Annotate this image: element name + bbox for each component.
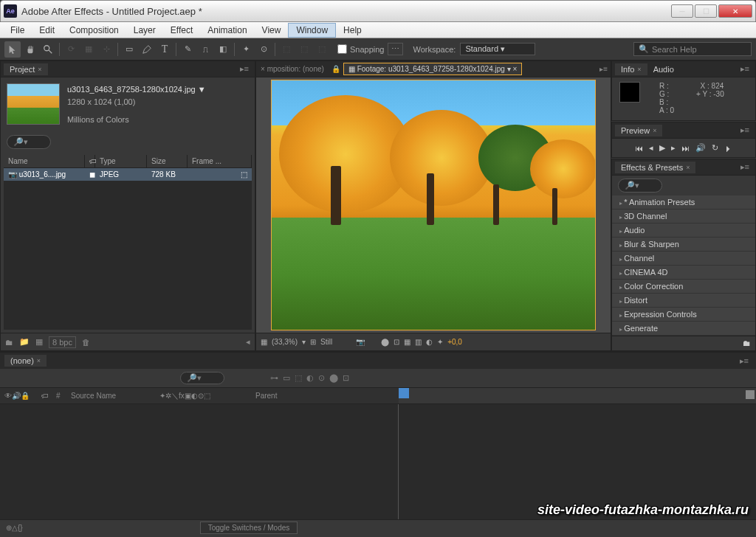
label-col-icon[interactable]: 🏷 <box>37 390 52 401</box>
tab-timeline[interactable]: (none) × <box>4 355 47 367</box>
work-area-end[interactable] <box>746 390 755 399</box>
tl-tool-icon[interactable]: ⊡ <box>343 373 349 383</box>
tl-footer-icon[interactable]: △ <box>12 524 18 532</box>
menu-effect[interactable]: Effect <box>163 24 200 37</box>
toggle-switches-button[interactable]: Toggle Switches / Modes <box>200 522 298 534</box>
tab-footage[interactable]: ▦ Footage: u3013_6463_87258-1280x1024.jp… <box>343 63 522 75</box>
panel-menu-icon[interactable]: ▸≡ <box>738 162 752 172</box>
menu-layer[interactable]: Layer <box>126 24 163 37</box>
tl-footer-icon[interactable]: ⊕ <box>6 524 12 532</box>
bpc-button[interactable]: 8 bpc <box>49 336 76 348</box>
footage-preview[interactable] <box>271 80 596 330</box>
ram-preview-icon[interactable]: ⏵ <box>724 144 732 153</box>
selection-tool-icon[interactable] <box>4 41 21 58</box>
tab-audio[interactable]: Audio <box>647 63 680 75</box>
new-bin-icon[interactable]: 🖿 <box>743 339 751 347</box>
tab-info[interactable]: Info × <box>615 63 647 75</box>
local-axis-icon[interactable]: ⬚ <box>278 41 295 58</box>
last-frame-icon[interactable]: ⏭ <box>681 144 690 153</box>
fx-3d-channel[interactable]: 3D Channel <box>612 209 755 224</box>
time-indicator[interactable] <box>399 388 409 398</box>
camera-tool-icon[interactable]: ▦ <box>80 41 97 58</box>
col-size[interactable]: Size <box>147 155 188 167</box>
stamp-tool-icon[interactable]: ⎍ <box>197 41 213 58</box>
region-icon[interactable]: ⊡ <box>394 338 399 346</box>
snap-options-icon[interactable]: ⋯ <box>388 43 403 55</box>
grid-icon[interactable]: ▦ <box>404 338 410 346</box>
snapping-checkbox[interactable] <box>337 44 347 54</box>
menu-animation[interactable]: Animation <box>200 24 254 37</box>
fx-blur-sharpen[interactable]: Blur & Sharpen <box>612 238 755 252</box>
prev-frame-icon[interactable]: ◂ <box>649 143 653 153</box>
close-icon[interactable]: × <box>38 66 41 73</box>
lock-icon[interactable]: 🔒 <box>329 65 343 73</box>
exposure-value[interactable]: +0,0 <box>447 338 462 346</box>
exposure-icon[interactable]: ✦ <box>437 338 443 346</box>
eraser-tool-icon[interactable]: ◧ <box>215 41 231 58</box>
loop-icon[interactable]: ↻ <box>712 143 718 153</box>
tab-preview[interactable]: Preview × <box>615 125 662 136</box>
roto-tool-icon[interactable]: ✦ <box>238 41 254 58</box>
menu-view[interactable]: View <box>255 24 289 37</box>
anchor-tool-icon[interactable]: ⊹ <box>98 41 114 58</box>
guides-icon[interactable]: ▥ <box>415 338 422 346</box>
brush-tool-icon[interactable]: ✎ <box>179 41 196 58</box>
visibility-col-icon[interactable]: 👁🔊🔒 <box>0 390 37 401</box>
world-axis-icon[interactable]: ⬚ <box>296 41 312 58</box>
menu-edit[interactable]: Edit <box>32 24 62 37</box>
pen-tool-icon[interactable] <box>139 41 155 58</box>
tl-tool-icon[interactable]: ⬤ <box>329 373 338 383</box>
col-type[interactable]: Type <box>95 155 147 167</box>
toggle-transparency-icon[interactable]: ⬤ <box>381 338 389 346</box>
panel-menu-icon[interactable]: ▸≡ <box>237 64 252 74</box>
panel-menu-icon[interactable]: ▸≡ <box>738 125 752 135</box>
tl-tool-icon[interactable]: ⊶ <box>270 373 278 383</box>
rect-tool-icon[interactable]: ▭ <box>121 41 137 58</box>
panel-menu-icon[interactable]: ▸≡ <box>597 65 611 73</box>
new-comp-icon[interactable]: ▦ <box>35 337 43 347</box>
panel-menu-icon[interactable]: ▸≡ <box>738 64 752 74</box>
tl-footer-icon[interactable]: {} <box>18 524 23 532</box>
switches-col[interactable]: ✦✲＼fx▣◐⊙⬚ <box>155 389 251 403</box>
col-label-icon[interactable]: 🏷 <box>85 155 95 167</box>
tab-composition[interactable]: × mposition: (none) <box>256 63 329 75</box>
timeline-search-input[interactable]: 🔎▾ <box>180 372 224 384</box>
hand-tool-icon[interactable] <box>22 41 38 58</box>
table-row[interactable]: 📷 u3013_6....jpg ◼ JPEG 728 KB ⬚ <box>4 168 252 181</box>
zoom-tool-icon[interactable] <box>40 41 56 58</box>
timeline-layer-list[interactable] <box>0 404 399 519</box>
fx-cinema4d[interactable]: CINEMA 4D <box>612 266 755 280</box>
tl-tool-icon[interactable]: ▭ <box>283 373 290 383</box>
maximize-button[interactable]: ☐ <box>695 4 717 18</box>
new-folder-icon[interactable]: 📁 <box>19 337 30 347</box>
tl-tool-icon[interactable]: ◐ <box>306 373 314 383</box>
first-frame-icon[interactable]: ⏮ <box>635 144 643 153</box>
play-icon[interactable]: ▶ <box>659 143 665 153</box>
next-frame-icon[interactable]: ▸ <box>671 143 676 153</box>
tab-project[interactable]: Project × <box>4 63 48 75</box>
fx-generate[interactable]: Generate <box>612 322 755 336</box>
resolution-icon[interactable]: ⊞ <box>310 338 316 346</box>
menu-composition[interactable]: Composition <box>62 24 126 37</box>
fx-color-correction[interactable]: Color Correction <box>612 280 755 294</box>
effects-search-input[interactable]: 🔎▾ <box>618 179 662 193</box>
view-axis-icon[interactable]: ⬚ <box>314 41 330 58</box>
col-frame[interactable]: Frame ... <box>188 155 252 167</box>
fx-distort[interactable]: Distort <box>612 294 755 308</box>
project-search-input[interactable]: 🔎▾ <box>7 135 51 149</box>
interpret-footage-icon[interactable]: 🖿 <box>5 338 13 347</box>
workspace-select[interactable]: Standard ▾ <box>460 43 535 55</box>
minimize-button[interactable]: ─ <box>671 4 693 18</box>
text-tool-icon[interactable]: T <box>157 41 173 58</box>
search-help-input[interactable]: 🔍 Search Help <box>633 42 752 56</box>
menu-window[interactable]: Window <box>288 23 336 38</box>
camera-icon[interactable]: 📷 <box>356 338 365 346</box>
menu-help[interactable]: Help <box>336 24 369 37</box>
tab-effects[interactable]: Effects & Presets × <box>615 162 695 173</box>
project-filename[interactable]: u3013_6463_87258-1280x1024.jpg ▼ <box>67 83 206 96</box>
close-button[interactable]: ✕ <box>718 4 752 18</box>
tl-tool-icon[interactable]: ⊙ <box>318 373 325 383</box>
menu-file[interactable]: File <box>3 24 32 37</box>
zoom-value[interactable]: (33,3%) <box>272 338 298 346</box>
mask-icon[interactable]: ◐ <box>426 338 433 346</box>
